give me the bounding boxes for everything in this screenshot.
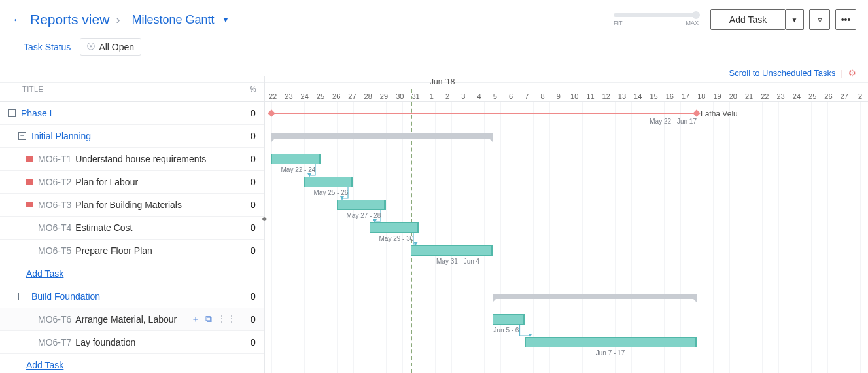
day-tick: 15 [646,92,661,100]
task-code: MO6-T3 [38,200,71,210]
task-row[interactable]: MO6-T5Prepare Floor Plan0 [0,240,264,262]
task-label: Lay foundation [75,337,135,347]
back-arrow-icon[interactable]: ← [12,13,24,27]
bar-date-label: May 29 - 30 [379,235,414,242]
task-row[interactable]: MO6-T4Estimate Cost0 [0,217,264,240]
task-bar[interactable]: Jun 7 - 17 [525,337,697,347]
percent-cell: 0 [242,200,264,210]
group-label: Initial Planning [31,131,91,141]
task-bar[interactable]: May 31 - Jun 4 [411,245,493,256]
day-tick: 2 [852,92,868,100]
column-header-title: TITLE [0,85,242,93]
task-code: MO6-T2 [38,177,71,187]
task-status-link[interactable]: Task Status [24,42,71,52]
day-tick: 26 [820,92,836,100]
phase-label: Phase I [21,108,52,118]
day-tick: 23 [773,92,789,100]
day-tick: 3 [455,92,471,100]
task-bar[interactable]: May 27 - 28 [337,200,386,210]
day-tick: 24 [297,92,313,100]
day-tick: 28 [360,92,376,100]
timeline-days: 2223242526272829303112345678910111213141… [265,92,868,100]
timeline-month-label: Jun '18 [430,77,455,86]
day-tick: 6 [503,92,519,100]
group-summary-bar[interactable] [493,294,697,299]
breadcrumb-reports-view[interactable]: Reports view [30,12,109,27]
collapse-icon[interactable]: − [18,132,26,140]
add-task-link[interactable]: Add Task [26,360,63,370]
percent-cell: 0 [242,314,264,325]
filter-pill-all-open[interactable]: ⓧ All Open [80,38,141,56]
collapse-icon[interactable]: − [8,109,16,117]
filter-pill-label: All Open [99,42,134,52]
ellipsis-icon: ••• [841,14,851,25]
milestone-bar[interactable]: May 22 - Jun 17 [271,113,697,114]
zoom-min-label: FIT [614,20,623,26]
add-task-row[interactable]: Add Task [0,262,264,285]
task-row[interactable]: MO6-T1Understand house requirements0 [0,148,264,171]
task-bar[interactable]: Jun 5 - 6 [493,314,525,325]
filter-icon-button[interactable]: ▿ [809,9,830,30]
day-tick: 21 [741,92,757,100]
zoom-max-label: MAX [686,20,699,26]
group-summary-bar[interactable] [271,133,493,139]
drag-handle-icon[interactable]: ⋮⋮ [217,313,237,325]
day-tick: 25 [805,92,820,100]
task-row[interactable]: MO6-T7Lay foundation0 [0,331,264,354]
day-tick: 16 [662,92,678,100]
day-tick: 13 [614,92,630,100]
percent-cell: 0 [242,177,264,187]
task-row[interactable]: MO6-T6Arrange Material, Labour＋⧉⋮⋮0 [0,308,264,331]
task-label: Understand house requirements [75,154,206,164]
add-task-dropdown[interactable]: ▼ [786,9,804,30]
day-tick: 11 [582,92,598,100]
column-header-percent: % [242,85,264,93]
add-task-button[interactable]: Add Task [710,9,786,30]
task-bar[interactable]: May 25 - 26 [304,177,353,187]
task-bar[interactable]: May 29 - 30 [370,222,419,233]
percent-cell: 0 [242,222,264,233]
task-code: MO6-T5 [38,245,71,256]
day-tick: 23 [281,92,296,100]
view-title[interactable]: Milestone Gantt [131,13,214,27]
day-tick: 26 [328,92,344,100]
flag-icon [26,179,33,185]
day-tick: 5 [487,92,503,100]
percent-cell: 0 [242,337,264,347]
day-tick: 7 [519,92,534,100]
percent-cell: 0 [242,291,264,302]
more-menu-button[interactable]: ••• [835,9,856,30]
day-tick: 27 [344,92,360,100]
percent-cell: 0 [242,108,264,118]
funnel-icon: ▿ [818,14,822,25]
percent-cell: 0 [242,131,264,141]
view-dropdown-icon[interactable]: ▼ [222,16,229,24]
bar-date-label: May 25 - 26 [314,189,349,196]
add-task-link[interactable]: Add Task [26,268,63,279]
day-tick: 22 [265,92,281,100]
zoom-slider[interactable]: FIT .... MAX [614,13,699,26]
day-tick: 27 [837,92,852,100]
group-label: Build Foundation [31,291,100,302]
bar-date-label: May 27 - 28 [347,212,381,219]
add-subtask-icon[interactable]: ＋ [191,313,200,325]
group-row[interactable]: −Build Foundation0 [0,285,264,308]
task-row[interactable]: MO6-T2Plan for Labour0 [0,171,264,194]
percent-cell: 0 [242,154,264,164]
add-task-row[interactable]: Add Task [0,354,264,373]
collapse-icon[interactable]: − [18,293,26,300]
day-tick: 25 [313,92,328,100]
bar-date-label: May 31 - Jun 4 [436,258,479,265]
clear-filter-icon[interactable]: ⓧ [87,41,95,52]
day-tick: 17 [678,92,693,100]
day-tick: 1 [424,92,440,100]
phase-row[interactable]: −Phase I0 [0,102,264,125]
timeline-icon[interactable]: ⧉ [205,313,212,325]
group-row[interactable]: −Initial Planning0 [0,125,264,148]
task-row[interactable]: MO6-T3Plan for Building Materials0 [0,194,264,217]
task-bar[interactable]: May 22 - 24 [271,154,321,164]
task-label: Prepare Floor Plan [75,245,152,256]
task-label: Arrange Material, Labour [75,314,177,325]
chevron-right-icon: › [116,13,120,27]
day-tick: 4 [471,92,487,100]
